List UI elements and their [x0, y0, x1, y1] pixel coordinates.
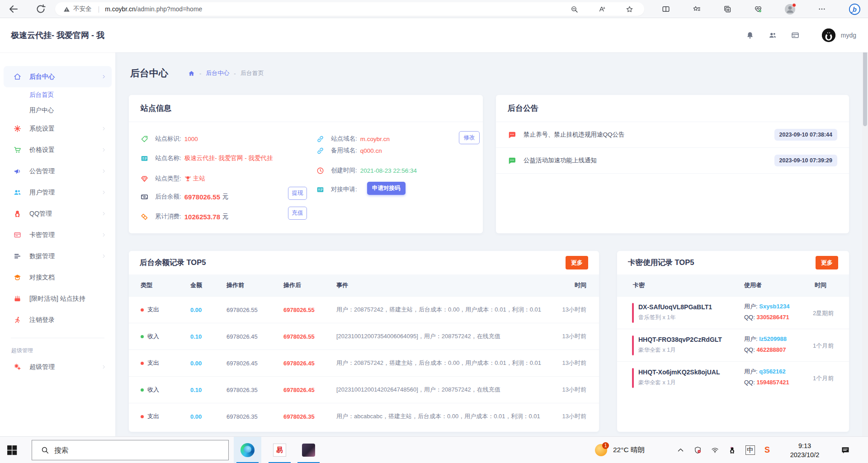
modify-button[interactable]: 修改	[459, 131, 480, 144]
page-scrollbar[interactable]	[862, 18, 868, 436]
bell-icon[interactable]	[746, 31, 754, 39]
sidebar-item-price-settings[interactable]: 价格设置	[0, 139, 115, 161]
zoom-out-icon[interactable]	[571, 5, 578, 13]
cell-before: 6978026.35	[226, 387, 258, 393]
group-icon[interactable]	[769, 31, 777, 39]
qq-label: QQ:	[744, 379, 756, 386]
sidebar-item-admin-home[interactable]: 后台首页	[0, 87, 115, 103]
withdraw-button[interactable]: 提现	[288, 187, 307, 200]
tray-chevron-up-icon[interactable]	[677, 446, 684, 454]
security-status[interactable]: 不安全	[63, 5, 92, 13]
url-text[interactable]: m.coybr.cn/admin.php?mod=home	[105, 5, 202, 13]
chevron-right-icon	[101, 190, 106, 195]
megaphone-icon	[14, 167, 21, 175]
announcement-time-badge: 2023-09-10 07:39:29	[774, 155, 837, 166]
type-dot	[141, 415, 144, 418]
breadcrumb-link[interactable]: 后台中心	[206, 69, 229, 77]
taskbar-search[interactable]	[32, 440, 229, 460]
cell-event: [202310012001420264748560]，用户：208757242，…	[336, 386, 500, 394]
record-time: 2星期前	[813, 309, 834, 317]
type-dot	[141, 335, 144, 338]
backup-domain-value: q000.cn	[360, 147, 382, 154]
more-menu-icon[interactable]	[818, 5, 826, 13]
sidebar-item-logout[interactable]: 注销登录	[0, 309, 115, 331]
security-label: 不安全	[73, 5, 92, 13]
sidebar-item-label: 卡密管理	[29, 231, 55, 239]
favorites-bar-icon[interactable]	[693, 5, 701, 13]
sidebar-divider	[11, 338, 104, 338]
field-label: 备用域名:	[331, 146, 357, 155]
taskbar-search-input[interactable]	[54, 446, 203, 454]
announcement-row[interactable]: 禁止养号、禁止挂机违规用途QQ公告 2023-09-10 07:38:44	[496, 122, 849, 148]
sidebar-item-data-mgmt[interactable]: 数据管理	[0, 246, 115, 267]
more-button[interactable]: 更多	[816, 256, 838, 269]
bing-chat-icon[interactable]: b	[849, 3, 861, 15]
user-label: 用户:	[744, 303, 759, 310]
billing-card-icon[interactable]	[791, 31, 799, 39]
sidebar-item-announcement-mgmt[interactable]: 公告管理	[0, 161, 115, 182]
card-title: 后台公告	[508, 103, 538, 113]
taskbar-app-edge[interactable]	[234, 437, 261, 463]
refresh-icon[interactable]	[35, 4, 46, 14]
sidebar-item-user-center[interactable]: 用户中心	[0, 103, 115, 118]
more-button[interactable]: 更多	[566, 256, 588, 269]
taskbar-app-anime[interactable]	[295, 437, 322, 463]
cell-before: 6978026.45	[226, 333, 258, 340]
username[interactable]: mydg	[841, 32, 856, 39]
taskbar-app-easy[interactable]: 易	[266, 437, 293, 463]
browser-essentials-icon[interactable]	[754, 5, 762, 13]
apply-code-button[interactable]: 申请对接码	[367, 182, 406, 195]
sidebar-item-site-support[interactable]: [限时活动] 站点扶持	[0, 288, 115, 309]
home-icon	[14, 73, 21, 80]
sidebar-item-qq-mgmt[interactable]: QQ管理	[0, 203, 115, 224]
sidebar-item-label: QQ管理	[29, 210, 52, 218]
record-time: 1个月前	[813, 374, 834, 383]
back-icon[interactable]	[8, 4, 19, 14]
taskbar-weather[interactable]: 1 22°C 晴朗	[595, 437, 645, 463]
wifi-icon[interactable]	[711, 446, 719, 454]
read-aloud-icon[interactable]	[598, 5, 606, 13]
sidebar-item-admin-center[interactable]: 后台中心	[4, 66, 112, 87]
sidebar-item-api-docs[interactable]: 对接文档	[0, 267, 115, 288]
address-bar[interactable]: 不安全 | m.coybr.cn/admin.php?mod=home	[55, 2, 644, 16]
breadcrumb-home-icon[interactable]	[188, 70, 195, 77]
chevron-right-icon	[101, 147, 106, 152]
split-screen-icon[interactable]	[662, 5, 670, 13]
windows-taskbar: 易 1 22°C 晴朗 中 S	[0, 436, 868, 463]
table-row: 收入 0.10 6978026.45 6978026.55 [202310012…	[129, 323, 599, 350]
sidebar-item-user-mgmt[interactable]: 用户管理	[0, 182, 115, 203]
site-logo[interactable]: 极速云代挂- 我爱官网 - 我	[11, 30, 109, 41]
announcement-row[interactable]: 公益活动加速功能上线通知 2023-09-10 07:39:29	[496, 148, 849, 174]
diamond-icon	[141, 175, 148, 183]
cell-amount: 0.00	[190, 360, 202, 367]
link-icon	[316, 135, 324, 143]
action-center-icon[interactable]	[841, 446, 850, 455]
favorite-star-icon[interactable]	[626, 5, 633, 13]
sidebar-item-label: 公告管理	[29, 167, 55, 175]
trophy-icon	[184, 175, 191, 182]
recharge-button[interactable]: 充值	[288, 207, 307, 220]
consume-value: 1026253.78	[184, 213, 220, 221]
qq-label: QQ:	[744, 346, 756, 353]
table-header: 卡密 使用者 时间	[617, 274, 849, 296]
edge-icon	[241, 443, 255, 457]
start-button-icon[interactable]	[6, 444, 18, 456]
sogou-input-icon[interactable]: S	[764, 445, 770, 455]
sidebar-item-label: [限时活动] 站点扶持	[29, 295, 85, 303]
card-code: HHQT-FRO38qvP2CzRdGLT	[638, 336, 722, 343]
user-avatar[interactable]	[822, 28, 835, 42]
taskbar-clock[interactable]: 9:13 2023/10/2	[783, 441, 826, 459]
col-header-time: 时间	[575, 281, 586, 289]
search-icon	[41, 446, 49, 454]
table-row: 支出 0.00 6978026.45 6978026.45 用户：2087572…	[129, 350, 599, 376]
cell-after: 6978026.45	[283, 360, 315, 367]
qq-tray-icon[interactable]	[728, 446, 736, 454]
col-header-amount: 金额	[190, 281, 202, 289]
sidebar-item-super-admin[interactable]: 超级管理	[0, 356, 115, 378]
sidebar-item-system-settings[interactable]: 系统设置	[0, 118, 115, 139]
defender-shield-icon[interactable]	[694, 446, 702, 454]
sidebar-item-card-mgmt[interactable]: 卡密管理	[0, 224, 115, 246]
collections-icon[interactable]	[723, 5, 731, 13]
ime-indicator[interactable]: 中	[745, 445, 755, 455]
browser-profile-avatar[interactable]	[785, 4, 795, 14]
